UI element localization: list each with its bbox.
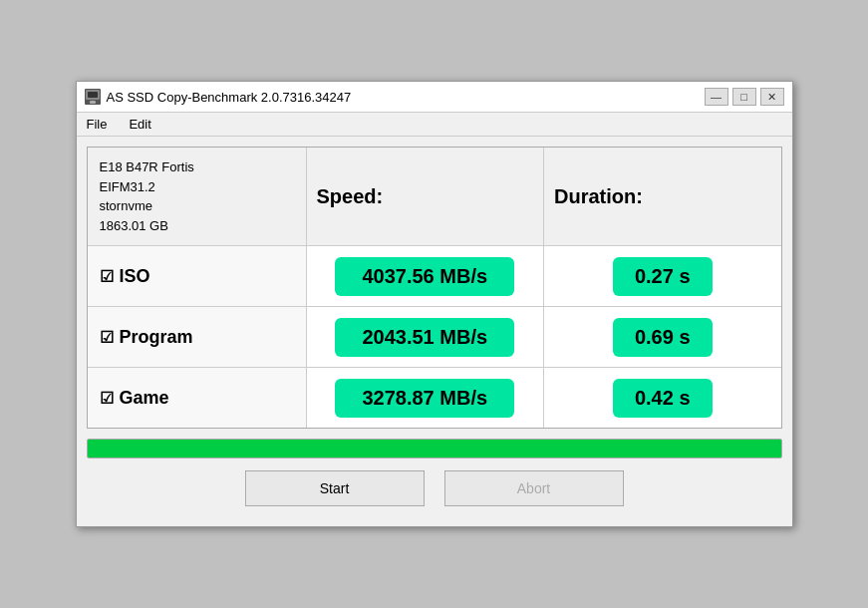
title-bar: AS SSD Copy-Benchmark 2.0.7316.34247 — □… (77, 82, 792, 113)
table-row: ☑ ISO 4037.56 MB/s 0.27 s (88, 246, 781, 307)
device-line4: 1863.01 GB (100, 216, 194, 236)
benchmark-table: E18 B47R Fortis EIFM31.2 stornvme 1863.0… (87, 147, 782, 429)
program-label-cell: ☑ Program (88, 307, 307, 367)
iso-label-cell: ☑ ISO (88, 246, 307, 306)
program-label: ☑ Program (100, 327, 193, 348)
iso-label: ☑ ISO (100, 266, 150, 287)
program-speed-cell: 2043.51 MB/s (307, 307, 545, 367)
game-name: Game (120, 388, 169, 409)
program-duration-badge: 0.69 s (613, 318, 713, 357)
iso-speed-cell: 4037.56 MB/s (307, 246, 545, 306)
game-label: ☑ Game (100, 388, 169, 409)
start-button[interactable]: Start (245, 470, 425, 506)
device-info: E18 B47R Fortis EIFM31.2 stornvme 1863.0… (100, 157, 194, 235)
progress-bar-fill (88, 440, 781, 457)
game-checkbox[interactable]: ☑ (100, 389, 114, 408)
program-name: Program (120, 327, 193, 348)
game-label-cell: ☑ Game (88, 368, 307, 428)
device-line3: stornvme (100, 196, 194, 216)
speed-header: Speed: (307, 148, 545, 245)
abort-button[interactable]: Abort (444, 470, 624, 506)
content-area: E18 B47R Fortis EIFM31.2 stornvme 1863.0… (77, 137, 792, 526)
title-bar-left: AS SSD Copy-Benchmark 2.0.7316.34247 (85, 89, 352, 105)
game-duration-cell: 0.42 s (544, 368, 781, 428)
window-title: AS SSD Copy-Benchmark 2.0.7316.34247 (107, 90, 352, 105)
app-window: AS SSD Copy-Benchmark 2.0.7316.34247 — □… (76, 81, 793, 527)
maximize-button[interactable]: □ (732, 88, 756, 106)
program-speed-badge: 2043.51 MB/s (335, 318, 514, 357)
iso-speed-badge: 4037.56 MB/s (335, 257, 514, 296)
svg-rect-3 (90, 101, 96, 104)
title-controls: — □ ✕ (705, 88, 784, 106)
menu-file[interactable]: File (81, 115, 114, 134)
device-line2: EIFM31.2 (100, 177, 194, 197)
buttons-row: Start Abort (87, 470, 782, 516)
table-row: ☑ Program 2043.51 MB/s 0.69 s (88, 307, 781, 368)
duration-header: Duration: (544, 148, 781, 245)
svg-rect-2 (88, 92, 98, 98)
iso-duration-cell: 0.27 s (544, 246, 781, 306)
minimize-button[interactable]: — (705, 88, 728, 106)
header-row: E18 B47R Fortis EIFM31.2 stornvme 1863.0… (88, 148, 781, 246)
disk-icon (85, 89, 101, 105)
iso-duration-badge: 0.27 s (613, 257, 713, 296)
game-duration-badge: 0.42 s (613, 379, 713, 418)
device-line1: E18 B47R Fortis (100, 157, 194, 177)
menu-edit[interactable]: Edit (123, 115, 156, 134)
table-row: ☑ Game 3278.87 MB/s 0.42 s (88, 368, 781, 428)
iso-name: ISO (120, 266, 150, 287)
device-info-cell: E18 B47R Fortis EIFM31.2 stornvme 1863.0… (88, 148, 307, 245)
program-duration-cell: 0.69 s (544, 307, 781, 367)
progress-bar-container (87, 439, 782, 458)
game-speed-cell: 3278.87 MB/s (307, 368, 545, 428)
game-speed-badge: 3278.87 MB/s (335, 379, 514, 418)
iso-checkbox[interactable]: ☑ (100, 267, 114, 286)
close-button[interactable]: ✕ (760, 88, 784, 106)
program-checkbox[interactable]: ☑ (100, 328, 114, 347)
menu-bar: File Edit (77, 113, 792, 137)
